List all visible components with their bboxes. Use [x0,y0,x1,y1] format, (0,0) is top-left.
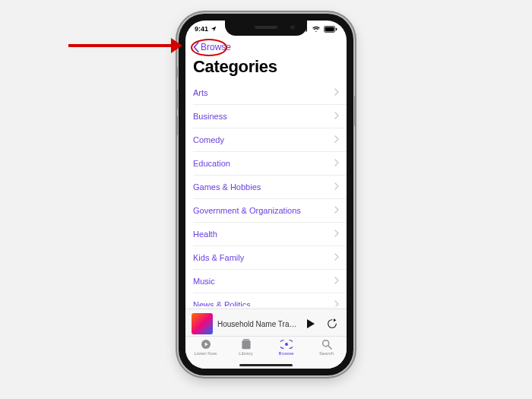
category-row[interactable]: Games & Hobbies [193,176,347,199]
category-label: Comedy [193,135,224,144]
now-playing-bar[interactable]: Household Name Trai… [185,309,347,338]
category-row[interactable]: Business [193,105,347,128]
category-label: Business [193,112,227,121]
library-icon [241,338,252,350]
chevron-right-icon [334,135,339,144]
tab-label: Listen Now [195,351,217,356]
location-icon [211,26,217,32]
svg-line-12 [328,346,331,349]
chevron-right-icon [334,159,339,168]
chevron-right-icon [334,112,339,121]
category-row[interactable]: Government & Organizations [193,199,347,223]
skip-forward-icon [326,318,338,330]
browse-icon [280,338,293,350]
category-row[interactable]: Music [193,270,347,293]
chevron-right-icon [334,88,339,97]
back-label: Browse [201,42,231,52]
tab-browse[interactable]: Browse [269,338,304,356]
back-button[interactable]: Browse [190,40,234,54]
svg-rect-6 [336,27,337,30]
search-icon [321,338,333,350]
page-title: Categories [193,57,339,77]
home-indicator [239,364,293,366]
tab-label: Library [239,351,252,356]
tab-bar: Listen Now Library [185,336,347,369]
category-row[interactable]: Health [193,223,347,246]
category-row[interactable]: Comedy [193,128,347,152]
svg-rect-5 [325,27,334,31]
chevron-right-icon [334,230,339,239]
category-row[interactable]: Kids & Family [193,246,347,270]
category-label: Education [193,159,230,168]
tab-search[interactable]: Search [309,338,344,356]
category-label: Music [193,277,215,286]
category-row[interactable]: News & Politics [193,293,347,306]
category-label: Arts [193,88,208,97]
annotation-arrow [68,38,182,53]
now-playing-artwork [192,313,213,334]
phone-frame: 9:41 [179,14,353,375]
category-list: ArtsBusinessComedyEducationGames & Hobbi… [193,81,347,306]
tab-library[interactable]: Library [229,338,264,356]
svg-rect-9 [242,339,249,340]
category-label: Kids & Family [193,253,244,262]
category-row[interactable]: Arts [193,81,347,105]
tab-label: Search [319,351,334,356]
play-button[interactable] [302,315,319,332]
svg-point-11 [322,340,328,347]
play-circle-icon [200,338,212,350]
device-notch [225,21,307,36]
play-icon [306,318,316,329]
svg-rect-8 [242,340,250,349]
chevron-right-icon [334,253,339,262]
nav-bar: Browse [185,37,347,57]
chevron-right-icon [334,206,339,215]
category-label: Health [193,230,217,239]
chevron-left-icon [193,42,199,52]
category-label: Games & Hobbies [193,182,261,192]
wifi-icon [312,26,321,32]
chevron-right-icon [334,300,339,306]
category-row[interactable]: Education [193,152,347,176]
battery-icon [324,26,337,33]
chevron-right-icon [334,182,339,192]
tab-listen-now[interactable]: Listen Now [188,338,223,356]
category-label: Government & Organizations [193,206,301,215]
now-playing-title: Household Name Trai… [217,320,298,328]
chevron-right-icon [334,277,339,286]
category-label: News & Politics [193,300,251,306]
svg-point-10 [285,343,288,346]
status-time: 9:41 [195,25,208,33]
skip-forward-button[interactable] [324,315,340,332]
tab-label: Browse [278,351,293,356]
